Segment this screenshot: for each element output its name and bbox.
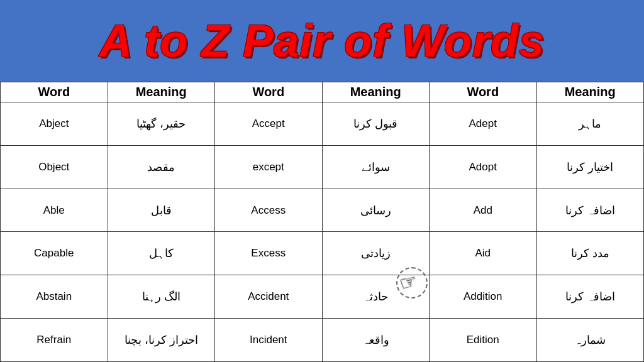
cell-r0-c0: Abject <box>1 102 108 146</box>
cell-r0-c3: قبول کرنا <box>322 102 430 146</box>
cell-r4-c2: Accident <box>215 275 323 319</box>
cell-r2-c0: Able <box>1 189 108 232</box>
header-title: A to Z Pair of Words <box>99 15 545 67</box>
cell-r1-c1: مقصد <box>108 145 215 189</box>
cell-r0-c1: حقیر، گھٹیا <box>108 102 215 146</box>
table-row: Refrainاحتراز کرنا، بچناIncidentواقعہEdi… <box>1 319 644 362</box>
table-container: Word Meaning Word Meaning Word Meaning A… <box>0 82 644 362</box>
word-table: Word Meaning Word Meaning Word Meaning A… <box>0 82 644 362</box>
cell-r5-c1: احتراز کرنا، بچنا <box>108 319 215 362</box>
cell-r5-c0: Refrain <box>1 319 108 362</box>
cell-r2-c3: رسائی <box>322 189 430 232</box>
cell-r3-c3: زیادتی <box>322 232 430 275</box>
cell-r4-c3: حادثہ <box>322 275 430 319</box>
cell-r4-c5: اضافہ کرنا <box>536 275 644 319</box>
cell-r1-c0: Object <box>1 145 108 189</box>
table-row: CapableکاہلExcessزیادتیAidمدد کرنا <box>1 232 644 275</box>
cell-r0-c5: ماہر <box>536 102 644 146</box>
cell-r1-c3: سوائے <box>322 145 430 189</box>
cell-r1-c4: Adopt <box>430 145 537 189</box>
header: A to Z Pair of Words <box>0 0 644 82</box>
cell-r0-c4: Adept <box>430 102 537 146</box>
cell-r4-c1: الگ رہنا <box>108 275 215 319</box>
col-header-meaning3: Meaning <box>536 82 644 102</box>
table-header-row: Word Meaning Word Meaning Word Meaning <box>1 82 644 102</box>
cell-r2-c1: قابل <box>108 189 215 232</box>
col-header-word1: Word <box>1 82 108 102</box>
cell-r3-c2: Excess <box>215 232 323 275</box>
table-row: ObjectمقصدexceptسوائےAdoptاختیار کرنا <box>1 145 644 189</box>
cell-r3-c1: کاہل <box>108 232 215 275</box>
cell-r4-c0: Abstain <box>1 275 108 319</box>
col-header-meaning1: Meaning <box>108 82 215 102</box>
cell-r5-c3: واقعہ <box>322 319 430 362</box>
col-header-meaning2: Meaning <box>322 82 430 102</box>
cell-r3-c0: Capable <box>1 232 108 275</box>
cell-r5-c4: Edition <box>430 319 537 362</box>
cell-r3-c4: Aid <box>430 232 537 275</box>
col-header-word3: Word <box>430 82 537 102</box>
table-row: AbleقابلAccessرسائیAddاضافہ کرنا <box>1 189 644 232</box>
col-header-word2: Word <box>215 82 323 102</box>
cell-r2-c4: Add <box>430 189 537 232</box>
cell-r5-c5: شمارہ <box>536 319 644 362</box>
table-row: Abstainالگ رہناAccidentحادثہAdditionاضاف… <box>1 275 644 319</box>
cell-r3-c5: مدد کرنا <box>536 232 644 275</box>
cell-r1-c2: except <box>215 145 323 189</box>
cell-r4-c4: Addition <box>430 275 537 319</box>
cell-r2-c2: Access <box>215 189 323 232</box>
cell-r2-c5: اضافہ کرنا <box>536 189 644 232</box>
table-row: Abjectحقیر، گھٹیاAcceptقبول کرناAdeptماہ… <box>1 102 644 146</box>
cell-r1-c5: اختیار کرنا <box>536 145 644 189</box>
cell-r5-c2: Incident <box>215 319 323 362</box>
cell-r0-c2: Accept <box>215 102 323 146</box>
